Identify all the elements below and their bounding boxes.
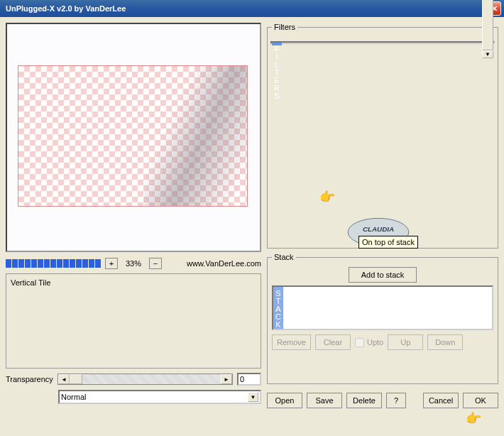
stack-header: STACK	[273, 287, 283, 329]
zoom-value: 33%	[122, 259, 145, 268]
zoom-out-button[interactable]: −	[149, 258, 162, 269]
status-fieldset: Vertical Tile	[6, 273, 261, 369]
help-button[interactable]: ?	[386, 393, 406, 408]
tooltip: On top of stack	[358, 236, 418, 249]
add-to-stack-button[interactable]: Add to stack	[349, 267, 417, 283]
status-label: Vertical Tile	[11, 278, 256, 287]
stack-fieldset: Stack Add to stack STACK Remove Clear Up…	[267, 253, 498, 384]
save-button[interactable]: Save	[307, 393, 342, 408]
arrow-down-icon[interactable]: ▼	[482, 50, 493, 58]
window-title: UnPlugged-X v2.0 by VanDerLee	[3, 4, 487, 13]
transparency-input[interactable]	[237, 373, 261, 386]
preview-panel	[6, 23, 261, 252]
down-button[interactable]: Down	[427, 334, 463, 350]
zoom-in-button[interactable]: +	[105, 258, 118, 269]
stack-list[interactable]	[283, 287, 492, 329]
cancel-button[interactable]: Cancel	[423, 393, 459, 408]
preview-image	[18, 65, 248, 207]
remove-button[interactable]: Remove	[272, 334, 311, 350]
titlebar: UnPlugged-X v2.0 by VanDerLee ✕	[0, 0, 504, 17]
clear-button[interactable]: Clear	[315, 334, 351, 350]
filters-header: FILTERS	[272, 43, 282, 45]
transparency-label: Transparency	[6, 375, 53, 383]
ok-button[interactable]: OK	[463, 393, 498, 408]
arrow-left-icon[interactable]: ◄	[58, 374, 70, 384]
arrow-right-icon[interactable]: ►	[221, 374, 232, 384]
transparency-slider[interactable]: ◄ ►	[57, 374, 233, 385]
progress-bar	[6, 259, 101, 268]
upto-checkbox[interactable]: Upto	[355, 338, 383, 347]
stack-legend: Stack	[272, 253, 296, 261]
mode-select[interactable]: Normal ▼	[58, 390, 261, 404]
delete-button[interactable]: Delete	[346, 393, 382, 408]
mode-value: Normal	[61, 393, 248, 401]
filters-fieldset: Filters FILTERS SolarizeSpice DotsSpiral…	[267, 23, 498, 249]
vendor-link[interactable]: www.VanDerLee.com	[187, 259, 261, 268]
chevron-down-icon[interactable]: ▼	[248, 392, 258, 402]
up-button[interactable]: Up	[388, 334, 423, 350]
open-button[interactable]: Open	[267, 393, 302, 408]
filters-legend: Filters	[272, 23, 297, 31]
